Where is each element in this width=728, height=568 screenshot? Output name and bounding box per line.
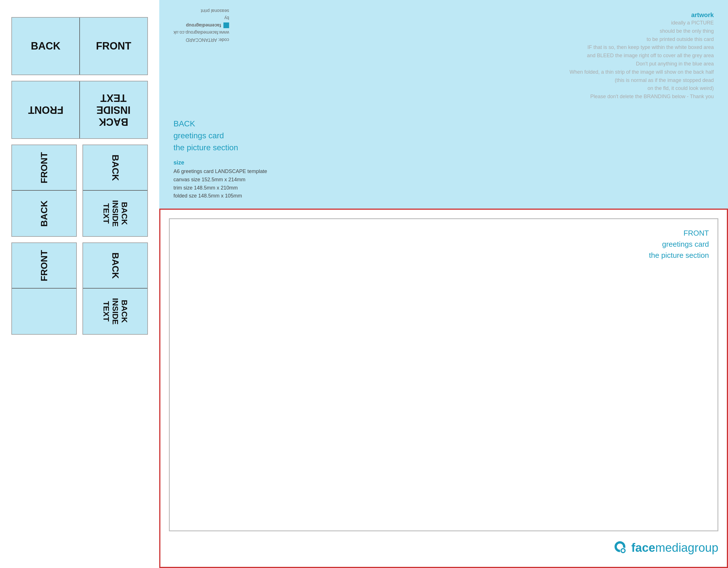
header-line5: seasonal print <box>173 7 229 15</box>
back-greetings-section: BACK greetings card the picture section <box>173 118 714 154</box>
artwork-line10: Please don't delete the BRANDING below -… <box>173 92 714 101</box>
size-section: size A6 greetings card LANDSCAPE templat… <box>173 159 714 200</box>
size-title: size <box>173 159 714 166</box>
size-line1: A6 greetings card LANDSCAPE template <box>173 167 714 175</box>
artwork-line4: IF that is so, then keep type within the… <box>173 43 714 51</box>
brand-suffix: group <box>688 541 718 554</box>
brand-logo-svg <box>612 540 628 555</box>
artwork-line1: ideally a PICTURE <box>173 19 714 27</box>
artwork-title: artwork <box>173 11 714 19</box>
back-section-line3: the picture section <box>173 142 714 154</box>
card-half-front-1: FRONT <box>80 18 147 75</box>
back-4-label: BACK <box>110 252 121 278</box>
back-section-line1: BACK <box>173 118 714 130</box>
artwork-line7: When folded, a thin strip of the image w… <box>173 68 714 76</box>
header-line3: facemediagroup <box>186 22 221 29</box>
brand-regular: media <box>655 541 688 554</box>
card-half-back-2: BACK INSIDE TEXT <box>80 81 147 138</box>
card-v-backtext-right: BACK INSIDE TEXT <box>83 191 147 236</box>
right-panel: code: ARTANCCARD www.facemediagroup.co.u… <box>159 0 728 568</box>
back-label-1: BACK <box>31 40 61 52</box>
front-label-2: FRONT <box>28 104 63 116</box>
header-line3-row: facemediagroup <box>173 22 229 29</box>
card-diagrams-row-2: FRONT BACK BACK INSIDE TEXT <box>11 242 148 335</box>
size-line4: folded sze 148.5mm x 105mm <box>173 192 714 200</box>
card-4-backtext: BACK INSIDE TEXT <box>83 289 147 334</box>
back-v-right-label: BACK <box>110 154 121 181</box>
header-line2: www.facemediagroup.co.uk <box>173 29 229 36</box>
back-label-2-line2: INSIDE <box>96 104 131 116</box>
card-diagram-4-left: FRONT <box>11 242 77 335</box>
artwork-line6: Don't put anything in the blue area <box>173 60 714 68</box>
artwork-line2: should be the only thing <box>173 27 714 35</box>
back-section-line2: greetings card <box>173 130 714 142</box>
front-inner-box: FRONT greetings card the picture section <box>169 218 718 531</box>
card-half-front-2: FRONT <box>12 81 80 138</box>
svg-point-3 <box>622 549 624 552</box>
artwork-instructions: artwork ideally a PICTURE should be the … <box>173 9 714 101</box>
front-text-line2: greetings card <box>649 239 709 250</box>
brand-container: facemediagroup <box>612 540 718 555</box>
card-half-back-1: BACK <box>12 18 80 75</box>
front-text-line3: the picture section <box>649 250 709 261</box>
header-line4: by <box>173 15 229 22</box>
size-line2: canvas size 152.5mm x 214mm <box>173 175 714 184</box>
card-v-front: FRONT <box>12 145 76 191</box>
small-logo <box>224 22 229 28</box>
front-4-label: FRONT <box>39 250 49 281</box>
card-diagram-2: FRONT BACK INSIDE TEXT <box>11 81 148 139</box>
back-label-2-line1: BACK <box>96 116 131 128</box>
back-inside-label: BACK INSIDE TEXT <box>102 200 129 226</box>
card-diagram-3-right: BACK BACK INSIDE TEXT <box>82 144 148 237</box>
card-4-empty <box>12 289 76 334</box>
artwork-line9: on the fld, it could look weird) <box>173 84 714 92</box>
back-inside-4-label: BACK INSIDE TEXT <box>102 298 129 325</box>
front-text-line1: FRONT <box>649 228 709 239</box>
card-v-back-right: BACK <box>83 145 147 191</box>
artwork-line5: and BLEED the image right off to cover a… <box>173 51 714 60</box>
card-diagrams-row: FRONT BACK BACK BACK INSIDE TEXT <box>11 144 148 237</box>
front-label-section: FRONT greetings card the picture section <box>649 228 709 261</box>
card-diagram-4-right: BACK BACK INSIDE TEXT <box>82 242 148 335</box>
left-panel: BACK FRONT FRONT BACK INSIDE TEXT FRONT … <box>0 0 159 568</box>
artwork-line3: to be printed outside this card <box>173 35 714 44</box>
brand-bold: face <box>631 541 655 554</box>
upside-down-header: code: ARTANCCARD www.facemediagroup.co.u… <box>173 7 229 44</box>
front-v-label: FRONT <box>39 152 49 183</box>
top-section: code: ARTANCCARD www.facemediagroup.co.u… <box>159 0 728 208</box>
branding-footer: facemediagroup <box>169 537 718 558</box>
back-v-label: BACK <box>39 200 49 226</box>
front-label-1: FRONT <box>96 40 131 52</box>
brand-name: facemediagroup <box>631 541 718 555</box>
bottom-section: FRONT greetings card the picture section <box>159 208 728 568</box>
header-line1: code: ARTANCCARD <box>173 36 229 44</box>
card-4-back: BACK <box>83 243 147 289</box>
card-diagram-3-left: FRONT BACK <box>11 144 77 237</box>
brand-logo <box>612 540 628 555</box>
card-diagram-1: BACK FRONT <box>11 17 148 75</box>
size-line3: trim size 148.5mm x 210mm <box>173 184 714 192</box>
card-v-back: BACK <box>12 191 76 236</box>
artwork-line8: (this is normal as if the image stopped … <box>173 76 714 84</box>
card-4-front: FRONT <box>12 243 76 289</box>
back-label-2-line3: TEXT <box>96 92 131 104</box>
